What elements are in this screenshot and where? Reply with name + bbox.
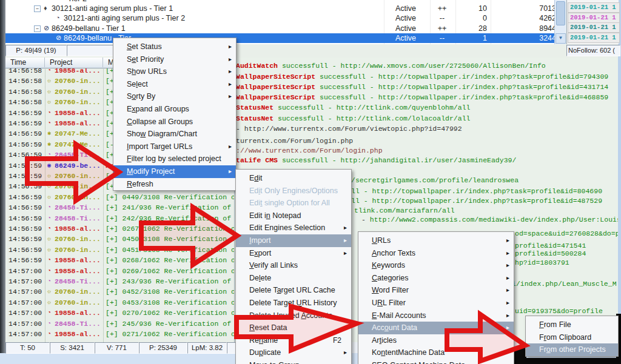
table-header-project[interactable]: Project [45,58,103,67]
menu-item-label: Duplicate [249,348,281,357]
tree-scrollbar[interactable]: ▼ [554,0,566,44]
project-verified-cell: 8944 [491,24,554,33]
menu-item-anchor-texts[interactable]: Anchor Texts▸ [358,247,514,260]
menu-item-reset-data[interactable]: Reset Data [236,322,351,334]
menu-item-sorty-by[interactable]: Sorty By▸ [113,90,236,103]
log-project-cell: 20747-Me... [55,139,101,150]
project-icon: ◔ [47,213,51,223]
log-time-cell: 14:57:00 [8,297,42,308]
menu-item-keywords[interactable]: Keywords▸ [358,259,514,272]
log-text-segment: i/index.php/Lean_Muscle_M [512,280,617,288]
menu-item-label: Rename [249,336,278,345]
menu-item-set-priority[interactable]: Set Priority▸ [113,53,236,66]
status-cell: V: 771 [95,342,139,354]
table-row[interactable]: 14:56:59◔28458-Ti...[+] 241/936 Re-Verif… [5,202,234,213]
tree-expand-toggle[interactable]: − [34,5,41,12]
account-data-submenu: From FileFrom ClipboardFrom other Projec… [525,316,619,357]
log-message-cell: [+] 241/936 Re-Verification of L. [106,202,234,213]
menu-item-edit-only-engines-options[interactable]: Edit Only Engines/Options [236,185,351,197]
table-header-time[interactable]: Time [5,58,45,67]
menu-item-url-filter[interactable]: URL Filter▸ [358,297,514,309]
log-time-cell: 14:56:59 [8,171,42,181]
tree-row[interactable]: −♦30121-anti aging serum plus - Tier 1Ac… [5,4,554,13]
menu-item-collapse-all-groups[interactable]: Collapse all Groups [113,116,236,128]
menu-item-show-urls[interactable]: Show URLs▸ [113,65,236,78]
menu-item-categories[interactable]: Categories▸ [358,272,514,285]
menu-item-import-target-urls[interactable]: Import Target URLs▸ [113,141,236,153]
tree-row[interactable]: −⊘86249-bellanu - Tier 1Active++288944 [5,24,554,33]
menu-item-delete-target-url-cache[interactable]: Delete Target URL Cache [236,284,351,297]
log-text-segment: turrentx.com/Forum/login.php [236,137,353,145]
menu-item-account-data[interactable]: Account Data▸ [358,322,514,334]
menu-item-rename[interactable]: RenameF2 [236,334,351,347]
menu-item-import[interactable]: Import▸ [236,234,351,247]
menu-item-delete-unused-accounts[interactable]: Delete Unused Accounts [236,309,351,322]
menu-item-edit[interactable]: Edit [236,172,351,185]
menu-item-from-clipboard[interactable]: From Clipboard [526,331,618,344]
table-row[interactable]: 14:56:59◔19858-al...[+] 0267/1062 Re-Ver… [5,223,234,234]
table-row[interactable]: 14:57:00◔28458-Ti...[+] 243/936 Re-Verif… [5,276,234,286]
table-row[interactable]: 14:56:59☼20760-in...[+] 0450/3108 Re-Ver… [5,234,234,244]
menu-item-from-file[interactable]: From File [526,319,618,331]
log-time-cell: 14:56:59 [8,255,42,265]
submenu-arrow-icon: ▸ [344,222,347,234]
menu-item-kontentmachine-data[interactable]: KontentMachine Data [358,346,514,359]
menu-item-select[interactable]: Select▸ [113,78,236,91]
menu-item-label: Collapse all Groups [127,117,193,126]
log-line: ll - http://topwallpaper.ir/index.php?ta… [351,197,602,205]
menu-item-export[interactable]: Export▸ [236,247,351,260]
menu-item-duplicate[interactable]: Duplicate▸ [236,346,351,359]
tree-scrollbar-thumb[interactable] [556,1,565,25]
table-row[interactable]: 14:57:00◔28458-Ti...[+] 245/936 Re-Verif… [5,319,234,329]
menu-item-edit-engines-selection[interactable]: Edit Engines Selection▸ [236,222,351,234]
menu-item-expand-all-groups[interactable]: Expand all Groups [113,103,236,116]
menu-item-label: Set Priority [127,55,164,64]
log-time-cell: 14:56:59 [8,160,42,171]
tree-row[interactable]: ⊘86249-bellanu - TierActive--13244 [5,33,554,43]
table-row[interactable]: 14:56:59☼20760-in...[+] 0449/3108 Re-Ver… [5,192,234,202]
menu-item-delete-target-url-history[interactable]: Delete Target URL History [236,297,351,309]
table-row[interactable]: 14:57:00◔19858-al...[+] 0270/1062 Re-Ver… [5,308,234,318]
menu-item-label: Word Filter [372,286,409,294]
table-row[interactable]: 14:57:00☼20760-in...[+] 0452/3108 Re-Ver… [5,286,234,297]
table-row[interactable]: 14:57:00◔19858-al...[+] 0271/1062 Re-Ver… [5,329,234,339]
menu-item-refresh[interactable]: Refresh [113,178,236,191]
tree-expand-toggle[interactable]: − [34,25,41,32]
menu-item-edit-in-notepad[interactable]: Edit in Notepad [236,210,351,222]
menu-item-verify-all-links[interactable]: Verify all Links [236,259,351,272]
project-submitted-cell: 10 [455,4,487,13]
submenu-arrow-icon: ▸ [229,78,232,91]
table-row[interactable]: 14:57:00◔19858-al...[+] 0269/1062 Re-Ver… [5,266,234,276]
log-time-cell: 14:56:59 [8,223,42,234]
menu-item-modify-project[interactable]: Modify Project▸ [113,165,236,178]
menu-item-show-diagram-chart[interactable]: Show Diagram/Chart [113,128,236,141]
log-project-cell: 28458-Ti... [55,213,101,223]
menu-item-from-other-projects[interactable]: From other Projects [526,343,618,356]
menu-item-word-filter[interactable]: Word Filter▸ [358,284,514,297]
log-time-cell: 14:57:00 [8,276,42,286]
menu-item-filter-log-by-selected-project[interactable]: Filter log by selected project [113,153,236,165]
log-message-cell: [+] 0453/3108 Re-Verification of [106,297,234,308]
menu-item-label: Edit Only Engines/Options [249,187,338,195]
project-icon: ◔ [47,308,51,318]
table-row[interactable]: 14:56:59◔19858-al...[+] 0268/1062 Re-Ver… [5,255,234,265]
date-cell: 2019-01-21 1 [568,13,620,23]
menu-item-e-mail-accounts[interactable]: E-Mail Accounts▸ [358,309,514,322]
table-row[interactable]: 14:57:00☼20760-in...[+] 0453/3108 Re-Ver… [5,297,234,308]
tree-row[interactable]: ◔30121-anti aging serum plus - Tier 2Act… [5,13,554,23]
project-icon: ◔ [47,150,51,160]
table-row[interactable]: 14:56:59◔28458-Ti...[+] 242/936 Re-Verif… [5,213,234,223]
menu-item-articles[interactable]: Articles [358,334,514,347]
menu-item-set-status[interactable]: Set Status▸ [113,41,236,53]
menu-item-delete[interactable]: Delete [236,272,351,285]
menu-item-label: Show Diagram/Chart [127,130,197,138]
project-icon: ☼ [47,97,51,107]
menu-item-seo-content-machine-data[interactable]: SEO Content Machine Data [358,359,514,364]
project-verified-cell: 4262 [491,14,554,22]
menu-item-urls[interactable]: URLs▸ [358,234,514,247]
table-row[interactable]: 14:56:59☼20760-in...[+] 0451/3108 Re-Ver… [5,245,234,255]
scroll-down-button[interactable]: ▼ [556,33,566,44]
menu-item-edit-single-option-for-all[interactable]: Edit single Option for All [236,197,351,210]
log-time-cell: 14:56:59 [8,118,42,128]
menu-item-move-to-group[interactable]: Move to Group▸ [236,359,351,364]
